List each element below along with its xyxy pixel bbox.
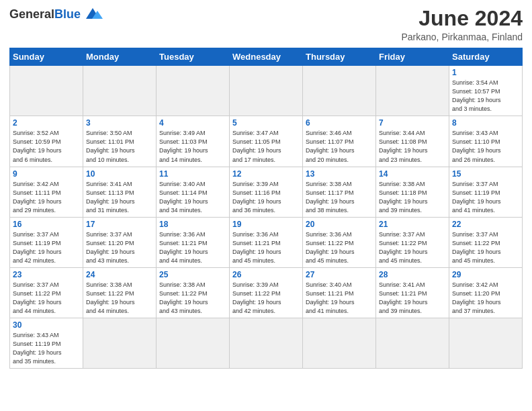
logo-blue-text: Blue [54, 7, 81, 21]
day-number-5: 5 [232, 118, 300, 128]
day-number-15: 15 [452, 169, 519, 179]
calendar-cell-16: 11Sunrise: 3:40 AM Sunset: 11:14 PM Dayl… [157, 167, 230, 217]
location-text: Parkano, Pirkanmaa, Finland [401, 32, 523, 42]
day-info-5: Sunrise: 3:47 AM Sunset: 11:05 PM Daylig… [232, 129, 300, 164]
calendar-cell-20: 15Sunrise: 3:37 AM Sunset: 11:19 PM Dayl… [449, 167, 523, 217]
day-number-16: 16 [13, 220, 80, 229]
day-info-7: Sunrise: 3:44 AM Sunset: 11:08 PM Daylig… [379, 129, 446, 164]
day-info-20: Sunrise: 3:36 AM Sunset: 11:22 PM Daylig… [306, 230, 373, 265]
weekday-header-row: SundayMondayTuesdayWednesdayThursdayFrid… [10, 48, 523, 66]
weekday-header-saturday: Saturday [449, 48, 523, 66]
calendar-cell-1 [83, 66, 157, 116]
day-info-27: Sunrise: 3:40 AM Sunset: 11:21 PM Daylig… [306, 281, 373, 316]
day-info-14: Sunrise: 3:38 AM Sunset: 11:18 PM Daylig… [379, 180, 446, 215]
day-number-19: 19 [232, 220, 300, 229]
calendar-cell-3 [230, 66, 303, 116]
logo-general-text: General [9, 7, 54, 21]
calendar-cell-8: 3Sunrise: 3:50 AM Sunset: 11:01 PM Dayli… [83, 116, 157, 167]
day-number-20: 20 [306, 220, 373, 229]
day-number-28: 28 [379, 270, 446, 279]
calendar-cell-27: 22Sunrise: 3:37 AM Sunset: 11:22 PM Dayl… [449, 217, 523, 267]
weekday-header-friday: Friday [376, 48, 449, 66]
calendar-row-6: 30Sunrise: 3:43 AM Sunset: 11:19 PM Dayl… [10, 318, 523, 369]
weekday-header-monday: Monday [83, 48, 157, 66]
calendar-cell-19: 14Sunrise: 3:38 AM Sunset: 11:18 PM Dayl… [376, 167, 449, 217]
calendar-cell-21: 16Sunrise: 3:37 AM Sunset: 11:19 PM Dayl… [10, 217, 83, 267]
calendar-table: SundayMondayTuesdayWednesdayThursdayFrid… [9, 48, 523, 369]
day-number-23: 23 [13, 270, 80, 279]
weekday-header-tuesday: Tuesday [157, 48, 230, 66]
calendar-cell-0 [10, 66, 83, 116]
calendar-cell-37 [157, 318, 230, 369]
day-info-17: Sunrise: 3:37 AM Sunset: 11:20 PM Daylig… [86, 230, 153, 265]
calendar-cell-36 [83, 318, 157, 369]
day-info-6: Sunrise: 3:46 AM Sunset: 11:07 PM Daylig… [306, 129, 373, 164]
logo: General Blue [9, 7, 103, 21]
calendar-cell-28: 23Sunrise: 3:37 AM Sunset: 11:22 PM Dayl… [10, 267, 83, 318]
calendar-cell-33: 28Sunrise: 3:41 AM Sunset: 11:21 PM Dayl… [376, 267, 449, 318]
day-number-22: 22 [452, 220, 519, 229]
day-info-25: Sunrise: 3:38 AM Sunset: 11:22 PM Daylig… [159, 281, 226, 316]
day-number-14: 14 [379, 169, 446, 179]
day-number-11: 11 [159, 169, 226, 179]
day-number-6: 6 [306, 118, 373, 128]
day-number-4: 4 [159, 118, 226, 128]
calendar-cell-15: 10Sunrise: 3:41 AM Sunset: 11:13 PM Dayl… [83, 167, 157, 217]
day-info-12: Sunrise: 3:39 AM Sunset: 11:16 PM Daylig… [232, 180, 300, 215]
weekday-header-sunday: Sunday [10, 48, 83, 66]
calendar-cell-31: 26Sunrise: 3:39 AM Sunset: 11:22 PM Dayl… [230, 267, 303, 318]
calendar-row-5: 23Sunrise: 3:37 AM Sunset: 11:22 PM Dayl… [10, 267, 523, 318]
weekday-header-thursday: Thursday [303, 48, 376, 66]
calendar-cell-10: 5Sunrise: 3:47 AM Sunset: 11:05 PM Dayli… [230, 116, 303, 167]
day-info-11: Sunrise: 3:40 AM Sunset: 11:14 PM Daylig… [159, 180, 226, 215]
day-number-25: 25 [159, 270, 226, 279]
day-info-13: Sunrise: 3:38 AM Sunset: 11:17 PM Daylig… [306, 180, 373, 215]
calendar-cell-30: 25Sunrise: 3:38 AM Sunset: 11:22 PM Dayl… [157, 267, 230, 318]
calendar-cell-23: 18Sunrise: 3:36 AM Sunset: 11:21 PM Dayl… [157, 217, 230, 267]
day-number-18: 18 [159, 220, 226, 229]
calendar-cell-11: 6Sunrise: 3:46 AM Sunset: 11:07 PM Dayli… [303, 116, 376, 167]
calendar-cell-29: 24Sunrise: 3:38 AM Sunset: 11:22 PM Dayl… [83, 267, 157, 318]
calendar-row-1: 1Sunrise: 3:54 AM Sunset: 10:57 PM Dayli… [10, 66, 523, 116]
day-info-15: Sunrise: 3:37 AM Sunset: 11:19 PM Daylig… [452, 180, 519, 215]
day-info-3: Sunrise: 3:50 AM Sunset: 11:01 PM Daylig… [86, 129, 153, 164]
day-number-29: 29 [452, 270, 519, 279]
day-number-24: 24 [86, 270, 153, 279]
day-number-30: 30 [13, 320, 80, 330]
day-number-17: 17 [86, 220, 153, 229]
day-number-1: 1 [452, 68, 519, 77]
month-title: June 2024 [401, 7, 523, 30]
day-number-3: 3 [86, 118, 153, 128]
page-header: General Blue June 2024 Parkano, Pirkanma… [9, 7, 523, 42]
day-info-18: Sunrise: 3:36 AM Sunset: 11:21 PM Daylig… [159, 230, 226, 265]
calendar-row-2: 2Sunrise: 3:52 AM Sunset: 10:59 PM Dayli… [10, 116, 523, 167]
day-info-28: Sunrise: 3:41 AM Sunset: 11:21 PM Daylig… [379, 281, 446, 316]
day-number-12: 12 [232, 169, 300, 179]
day-info-9: Sunrise: 3:42 AM Sunset: 11:11 PM Daylig… [13, 180, 80, 215]
day-info-1: Sunrise: 3:54 AM Sunset: 10:57 PM Daylig… [452, 79, 519, 113]
calendar-cell-34: 29Sunrise: 3:42 AM Sunset: 11:20 PM Dayl… [449, 267, 523, 318]
day-info-8: Sunrise: 3:43 AM Sunset: 11:10 PM Daylig… [452, 129, 519, 164]
calendar-cell-9: 4Sunrise: 3:49 AM Sunset: 11:03 PM Dayli… [157, 116, 230, 167]
calendar-cell-13: 8Sunrise: 3:43 AM Sunset: 11:10 PM Dayli… [449, 116, 523, 167]
calendar-row-4: 16Sunrise: 3:37 AM Sunset: 11:19 PM Dayl… [10, 217, 523, 267]
day-info-4: Sunrise: 3:49 AM Sunset: 11:03 PM Daylig… [159, 129, 226, 164]
weekday-header-wednesday: Wednesday [230, 48, 303, 66]
day-number-7: 7 [379, 118, 446, 128]
day-number-27: 27 [306, 270, 373, 279]
day-info-26: Sunrise: 3:39 AM Sunset: 11:22 PM Daylig… [232, 281, 300, 316]
day-number-2: 2 [13, 118, 80, 128]
day-info-23: Sunrise: 3:37 AM Sunset: 11:22 PM Daylig… [13, 281, 80, 316]
day-info-22: Sunrise: 3:37 AM Sunset: 11:22 PM Daylig… [452, 230, 519, 265]
calendar-cell-22: 17Sunrise: 3:37 AM Sunset: 11:20 PM Dayl… [83, 217, 157, 267]
title-section: June 2024 Parkano, Pirkanmaa, Finland [401, 7, 523, 42]
day-number-10: 10 [86, 169, 153, 179]
calendar-cell-25: 20Sunrise: 3:36 AM Sunset: 11:22 PM Dayl… [303, 217, 376, 267]
calendar-cell-39 [303, 318, 376, 369]
calendar-cell-2 [157, 66, 230, 116]
day-info-30: Sunrise: 3:43 AM Sunset: 11:19 PM Daylig… [13, 331, 80, 366]
calendar-cell-4 [303, 66, 376, 116]
day-info-16: Sunrise: 3:37 AM Sunset: 11:19 PM Daylig… [13, 230, 80, 265]
calendar-cell-24: 19Sunrise: 3:36 AM Sunset: 11:21 PM Dayl… [230, 217, 303, 267]
calendar-cell-26: 21Sunrise: 3:37 AM Sunset: 11:22 PM Dayl… [376, 217, 449, 267]
